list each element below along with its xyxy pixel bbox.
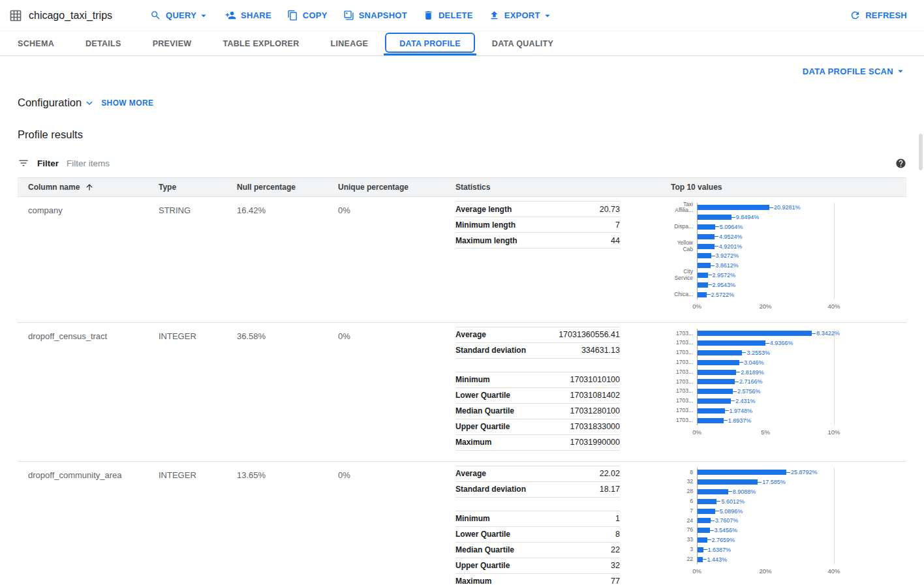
- bar: [698, 253, 711, 258]
- null-percentage-header[interactable]: Null percentage: [237, 183, 338, 192]
- axis-tick-label: 20%: [759, 303, 771, 310]
- statistics-header: Statistics: [455, 183, 671, 192]
- copy-button-label: COPY: [303, 10, 328, 20]
- unique-percentage-cell: 0%: [338, 327, 455, 341]
- stat-value: 7: [615, 220, 620, 230]
- bar-category-label: 6: [671, 498, 697, 505]
- tab-details[interactable]: DETAILS: [70, 31, 137, 55]
- bar-value-label: 4.9201%: [719, 243, 743, 250]
- snapshot-button[interactable]: SNAPSHOT: [337, 6, 414, 25]
- bar-row: 1703...1.9748%: [671, 406, 906, 415]
- bar-value-label: 3.7607%: [715, 517, 739, 524]
- bar-leader-line: [708, 284, 712, 285]
- bar-category-label: 8: [671, 470, 697, 476]
- bar-value-label: 3.5456%: [715, 527, 738, 534]
- column-name-cell: dropoff_community_area: [18, 466, 159, 480]
- bar-category-label: 1703...: [671, 369, 697, 376]
- refresh-button[interactable]: REFRESH: [843, 6, 914, 25]
- tab-schema[interactable]: SCHEMA: [2, 31, 70, 55]
- export-icon: [489, 10, 500, 21]
- bar-value-label: 9.8494%: [736, 214, 760, 220]
- delete-button[interactable]: DELETE: [416, 6, 480, 25]
- tab-lineage[interactable]: LINEAGE: [315, 31, 384, 55]
- column-name-header[interactable]: Column name: [18, 183, 159, 192]
- bar-area: 2.7166%: [697, 377, 906, 387]
- axis-tick-label: 10%: [827, 429, 840, 436]
- share-button[interactable]: SHARE: [219, 6, 278, 25]
- sort-ascending-icon[interactable]: [85, 183, 94, 192]
- statistics-cell: Average length20.73Minimum length7Maximu…: [455, 201, 671, 248]
- bar-area: 1.6387%: [697, 545, 906, 554]
- bar: [698, 215, 732, 220]
- stat-label: Median Quartile: [455, 406, 514, 415]
- bar-leader-line: [739, 362, 743, 363]
- bar-leader-line: [735, 382, 739, 382]
- bar-value-label: 17.585%: [762, 479, 786, 485]
- top-values-cell: 825.8792%3217.585%288.9088%65.6012%75.08…: [671, 466, 906, 577]
- table-title: chicago_taxi_trips: [29, 10, 112, 22]
- bar-area: 5.0896%: [697, 506, 906, 516]
- show-more-button[interactable]: SHOW MORE: [101, 98, 153, 108]
- chevron-down-icon[interactable]: [84, 97, 95, 109]
- null-percentage-cell: 36.58%: [237, 327, 338, 341]
- query-button[interactable]: QUERY: [144, 6, 216, 25]
- bar-leader-line: [765, 343, 769, 344]
- bar-row: Yellow Cab4.9201%: [671, 241, 906, 251]
- chart-grid: Taxi Affilia...20.9281%9.8494%Dispa...5.…: [671, 203, 906, 299]
- bar: [698, 389, 733, 394]
- tab-table-explorer[interactable]: TABLE EXPLORER: [207, 31, 315, 55]
- bar-category-label: City Service: [671, 269, 697, 281]
- vertical-scrollbar[interactable]: [919, 134, 923, 170]
- bar-category-label: 1703...: [671, 388, 697, 395]
- unique-percentage-header[interactable]: Unique percentage: [338, 183, 455, 192]
- bar-leader-line: [703, 559, 707, 560]
- bar-value-label: 3.046%: [744, 359, 764, 366]
- bar-leader-line: [724, 420, 728, 421]
- stat-row: Maximum17031990000: [455, 434, 620, 450]
- bar: [698, 399, 731, 404]
- copy-button[interactable]: COPY: [281, 6, 334, 25]
- bar-area: 5.0964%: [697, 222, 906, 232]
- bar-row: 31.6387%: [671, 545, 906, 554]
- top-values-cell: 1703...8.3422%1703...4.9366%1703...3.255…: [671, 327, 906, 438]
- bar-row: 9.8494%: [671, 213, 906, 222]
- bar-category-label: Dispa...: [671, 224, 697, 230]
- axis-tick-label: 40%: [827, 303, 840, 310]
- bar-category-label: 1703...: [671, 398, 697, 404]
- type-header[interactable]: Type: [159, 183, 237, 192]
- bar-row: 1703...3.046%: [671, 357, 906, 367]
- bar-value-label: 2.8189%: [741, 369, 764, 376]
- bar: [698, 509, 715, 514]
- refresh-button-label: REFRESH: [865, 10, 907, 20]
- null-percentage-cell: 16.42%: [237, 201, 338, 215]
- tab-preview[interactable]: PREVIEW: [137, 31, 208, 55]
- bar-value-label: 1.6387%: [708, 547, 732, 553]
- filter-input[interactable]: [67, 158, 887, 168]
- data-profile-scan-button[interactable]: DATA PROFILE SCAN: [803, 64, 906, 78]
- tab-data-profile[interactable]: DATA PROFILE: [384, 31, 476, 55]
- stat-value: 20.73: [600, 205, 620, 214]
- stats-group: Average17031360556.41Standard deviation3…: [455, 327, 620, 359]
- export-button[interactable]: EXPORT: [482, 6, 560, 25]
- tab-data-quality[interactable]: DATA QUALITY: [476, 31, 569, 55]
- bar-row: 288.9088%: [671, 487, 906, 497]
- stats-group: Average length20.73Minimum length7Maximu…: [455, 201, 620, 248]
- chart-x-axis: 0%20%40%: [697, 303, 834, 312]
- stat-row: Lower Quartile8: [455, 526, 620, 542]
- bar-category-label: 1703...: [671, 350, 697, 356]
- bar-value-label: 8.3422%: [816, 330, 840, 337]
- bar-area: 9.8494%: [697, 213, 906, 222]
- data-profile-scan-label: DATA PROFILE SCAN: [803, 67, 893, 76]
- help-icon[interactable]: [895, 158, 906, 169]
- tab-bar: SCHEMADETAILSPREVIEWTABLE EXPLORERLINEAG…: [0, 31, 924, 56]
- column-name-cell: company: [18, 201, 159, 215]
- bar: [698, 282, 708, 288]
- bar-area: 3.5456%: [697, 526, 906, 535]
- bar-category-label: 1703...: [671, 331, 697, 337]
- chart-x-axis: 0%5%10%: [697, 429, 834, 438]
- bar: [698, 557, 703, 562]
- bar-row: 825.8792%: [671, 468, 906, 477]
- bar: [698, 244, 715, 249]
- bar-area: 25.8792%: [697, 468, 906, 477]
- stat-value: 22.02: [600, 469, 620, 478]
